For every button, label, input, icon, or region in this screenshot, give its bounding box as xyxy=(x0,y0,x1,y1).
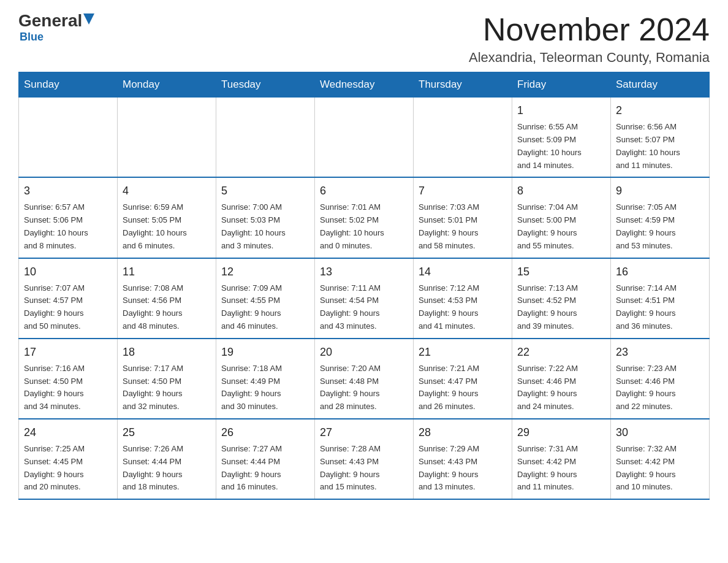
col-monday: Monday xyxy=(118,72,216,98)
calendar-week-row: 1Sunrise: 6:55 AMSunset: 5:09 PMDaylight… xyxy=(19,98,710,178)
day-info: Sunrise: 7:09 AMSunset: 4:55 PMDaylight:… xyxy=(221,282,309,333)
col-saturday: Saturday xyxy=(611,72,710,98)
day-info: Sunrise: 7:00 AMSunset: 5:03 PMDaylight:… xyxy=(221,201,309,252)
svg-marker-0 xyxy=(83,13,94,25)
day-info: Sunrise: 7:27 AMSunset: 4:44 PMDaylight:… xyxy=(221,443,309,494)
day-info: Sunrise: 6:55 AMSunset: 5:09 PMDaylight:… xyxy=(517,121,605,172)
day-number: 1 xyxy=(517,102,605,119)
day-number: 18 xyxy=(123,344,211,361)
day-number: 16 xyxy=(616,264,704,280)
col-tuesday: Tuesday xyxy=(216,72,315,98)
col-wednesday: Wednesday xyxy=(315,72,414,98)
table-row xyxy=(414,98,512,178)
table-row: 23Sunrise: 7:23 AMSunset: 4:46 PMDayligh… xyxy=(611,339,710,419)
table-row: 25Sunrise: 7:26 AMSunset: 4:44 PMDayligh… xyxy=(118,419,216,499)
table-row: 4Sunrise: 6:59 AMSunset: 5:05 PMDaylight… xyxy=(118,177,216,258)
day-number: 27 xyxy=(320,424,408,441)
table-row: 7Sunrise: 7:03 AMSunset: 5:01 PMDaylight… xyxy=(414,177,512,258)
calendar-week-row: 10Sunrise: 7:07 AMSunset: 4:57 PMDayligh… xyxy=(19,258,710,339)
table-row xyxy=(118,98,216,178)
day-info: Sunrise: 7:12 AMSunset: 4:53 PMDaylight:… xyxy=(419,282,507,333)
day-number: 10 xyxy=(24,264,112,280)
day-info: Sunrise: 7:28 AMSunset: 4:43 PMDaylight:… xyxy=(320,443,408,494)
day-info: Sunrise: 7:21 AMSunset: 4:47 PMDaylight:… xyxy=(419,362,507,413)
location-title: Alexandria, Teleorman County, Romania xyxy=(469,50,710,66)
logo-blue: Blue xyxy=(20,31,44,44)
day-number: 2 xyxy=(616,102,704,119)
day-number: 24 xyxy=(24,424,112,441)
table-row: 14Sunrise: 7:12 AMSunset: 4:53 PMDayligh… xyxy=(414,258,512,339)
day-number: 9 xyxy=(616,183,704,199)
day-info: Sunrise: 7:01 AMSunset: 5:02 PMDaylight:… xyxy=(320,201,408,252)
title-area: November 2024 Alexandria, Teleorman Coun… xyxy=(469,12,710,66)
table-row: 9Sunrise: 7:05 AMSunset: 4:59 PMDaylight… xyxy=(611,177,710,258)
day-number: 15 xyxy=(517,264,605,280)
day-info: Sunrise: 7:25 AMSunset: 4:45 PMDaylight:… xyxy=(24,443,112,494)
table-row: 6Sunrise: 7:01 AMSunset: 5:02 PMDaylight… xyxy=(315,177,414,258)
day-number: 7 xyxy=(419,183,507,199)
day-info: Sunrise: 7:31 AMSunset: 4:42 PMDaylight:… xyxy=(517,443,605,494)
day-number: 28 xyxy=(419,424,507,441)
day-number: 5 xyxy=(221,183,309,199)
day-info: Sunrise: 7:04 AMSunset: 5:00 PMDaylight:… xyxy=(517,201,605,252)
day-info: Sunrise: 6:59 AMSunset: 5:05 PMDaylight:… xyxy=(123,201,211,252)
day-number: 17 xyxy=(24,344,112,361)
logo-triangle-icon xyxy=(83,13,94,26)
day-info: Sunrise: 7:05 AMSunset: 4:59 PMDaylight:… xyxy=(616,201,704,252)
day-info: Sunrise: 7:07 AMSunset: 4:57 PMDaylight:… xyxy=(24,282,112,333)
table-row: 12Sunrise: 7:09 AMSunset: 4:55 PMDayligh… xyxy=(216,258,315,339)
day-number: 25 xyxy=(123,424,211,441)
col-sunday: Sunday xyxy=(19,72,118,98)
table-row: 1Sunrise: 6:55 AMSunset: 5:09 PMDaylight… xyxy=(512,98,611,178)
calendar-week-row: 17Sunrise: 7:16 AMSunset: 4:50 PMDayligh… xyxy=(19,339,710,419)
day-number: 30 xyxy=(616,424,704,441)
table-row: 15Sunrise: 7:13 AMSunset: 4:52 PMDayligh… xyxy=(512,258,611,339)
table-row: 20Sunrise: 7:20 AMSunset: 4:48 PMDayligh… xyxy=(315,339,414,419)
header-area: General Blue November 2024 Alexandria, T… xyxy=(18,12,710,66)
table-row: 28Sunrise: 7:29 AMSunset: 4:43 PMDayligh… xyxy=(414,419,512,499)
day-number: 21 xyxy=(419,344,507,361)
day-info: Sunrise: 7:17 AMSunset: 4:50 PMDaylight:… xyxy=(123,362,211,413)
day-number: 26 xyxy=(221,424,309,441)
day-number: 22 xyxy=(517,344,605,361)
table-row: 19Sunrise: 7:18 AMSunset: 4:49 PMDayligh… xyxy=(216,339,315,419)
day-number: 4 xyxy=(123,183,211,199)
table-row: 29Sunrise: 7:31 AMSunset: 4:42 PMDayligh… xyxy=(512,419,611,499)
day-number: 29 xyxy=(517,424,605,441)
day-info: Sunrise: 7:20 AMSunset: 4:48 PMDaylight:… xyxy=(320,362,408,413)
day-number: 12 xyxy=(221,264,309,280)
day-info: Sunrise: 7:22 AMSunset: 4:46 PMDaylight:… xyxy=(517,362,605,413)
logo-general: General xyxy=(18,12,82,29)
month-title: November 2024 xyxy=(469,12,710,47)
day-info: Sunrise: 6:56 AMSunset: 5:07 PMDaylight:… xyxy=(616,121,704,172)
day-info: Sunrise: 7:29 AMSunset: 4:43 PMDaylight:… xyxy=(419,443,507,494)
calendar-table: Sunday Monday Tuesday Wednesday Thursday… xyxy=(18,72,710,500)
day-info: Sunrise: 7:23 AMSunset: 4:46 PMDaylight:… xyxy=(616,362,704,413)
table-row: 27Sunrise: 7:28 AMSunset: 4:43 PMDayligh… xyxy=(315,419,414,499)
calendar-header-row: Sunday Monday Tuesday Wednesday Thursday… xyxy=(19,72,710,98)
day-number: 19 xyxy=(221,344,309,361)
table-row: 18Sunrise: 7:17 AMSunset: 4:50 PMDayligh… xyxy=(118,339,216,419)
day-number: 6 xyxy=(320,183,408,199)
day-info: Sunrise: 7:26 AMSunset: 4:44 PMDaylight:… xyxy=(123,443,211,494)
table-row: 26Sunrise: 7:27 AMSunset: 4:44 PMDayligh… xyxy=(216,419,315,499)
day-number: 13 xyxy=(320,264,408,280)
day-number: 11 xyxy=(123,264,211,280)
table-row: 17Sunrise: 7:16 AMSunset: 4:50 PMDayligh… xyxy=(19,339,118,419)
table-row: 30Sunrise: 7:32 AMSunset: 4:42 PMDayligh… xyxy=(611,419,710,499)
calendar-week-row: 24Sunrise: 7:25 AMSunset: 4:45 PMDayligh… xyxy=(19,419,710,499)
table-row: 11Sunrise: 7:08 AMSunset: 4:56 PMDayligh… xyxy=(118,258,216,339)
day-info: Sunrise: 7:16 AMSunset: 4:50 PMDaylight:… xyxy=(24,362,112,413)
day-info: Sunrise: 6:57 AMSunset: 5:06 PMDaylight:… xyxy=(24,201,112,252)
day-info: Sunrise: 7:14 AMSunset: 4:51 PMDaylight:… xyxy=(616,282,704,333)
table-row: 24Sunrise: 7:25 AMSunset: 4:45 PMDayligh… xyxy=(19,419,118,499)
col-friday: Friday xyxy=(512,72,611,98)
day-number: 8 xyxy=(517,183,605,199)
day-info: Sunrise: 7:18 AMSunset: 4:49 PMDaylight:… xyxy=(221,362,309,413)
table-row: 2Sunrise: 6:56 AMSunset: 5:07 PMDaylight… xyxy=(611,98,710,178)
day-info: Sunrise: 7:03 AMSunset: 5:01 PMDaylight:… xyxy=(419,201,507,252)
day-number: 23 xyxy=(616,344,704,361)
table-row: 10Sunrise: 7:07 AMSunset: 4:57 PMDayligh… xyxy=(19,258,118,339)
day-number: 14 xyxy=(419,264,507,280)
day-info: Sunrise: 7:11 AMSunset: 4:54 PMDaylight:… xyxy=(320,282,408,333)
